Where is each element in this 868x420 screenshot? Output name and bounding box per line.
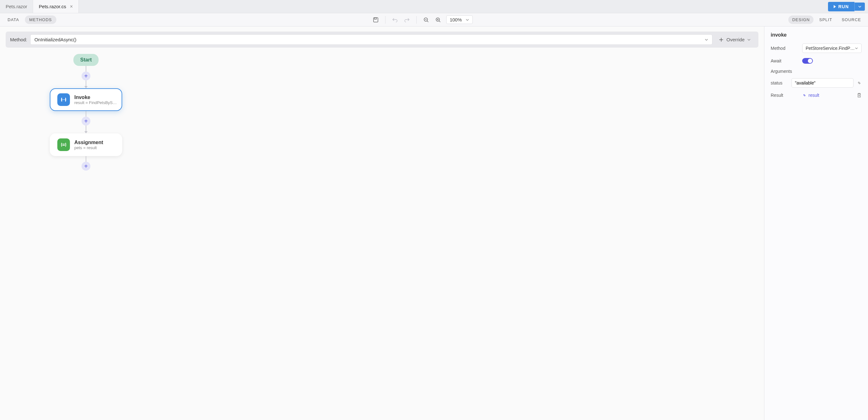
prop-method-value: PetStoreService.FindPets…	[806, 46, 855, 51]
link-icon[interactable]	[857, 80, 862, 85]
zoom-out-icon[interactable]	[422, 16, 430, 24]
toggle-knob	[808, 59, 812, 63]
override-button[interactable]: Override	[716, 35, 754, 44]
node-subtitle: result = FindPetsByS…	[74, 100, 117, 105]
method-dropdown[interactable]: OnInitializedAsync()	[30, 34, 712, 45]
run-label: RUN	[838, 4, 849, 9]
prop-await-label: Await	[771, 58, 799, 63]
play-icon	[834, 5, 836, 8]
result-link[interactable]: result	[802, 93, 819, 98]
divider	[416, 16, 417, 24]
close-icon[interactable]: ×	[70, 4, 73, 9]
flow-canvas[interactable]: Start + Invoke result = FindPetsByS… +	[6, 48, 758, 171]
svg-point-13	[64, 99, 65, 100]
view-split[interactable]: SPLIT	[815, 16, 836, 24]
save-icon[interactable]	[372, 16, 379, 24]
chevron-down-icon	[747, 38, 751, 41]
view-design[interactable]: DESIGN	[788, 16, 813, 24]
svg-line-3	[427, 21, 428, 22]
result-link-text: result	[808, 93, 819, 98]
chevron-down-icon	[855, 46, 858, 50]
await-toggle[interactable]	[802, 58, 813, 64]
tab-pets-razor-cs[interactable]: Pets.razor.cs ×	[33, 0, 79, 13]
run-button[interactable]: RUN	[828, 2, 855, 11]
prop-method-dropdown[interactable]: PetStoreService.FindPets…	[802, 44, 862, 53]
prop-result-label: Result	[771, 93, 799, 98]
connector	[86, 111, 86, 117]
svg-line-6	[439, 21, 440, 22]
canvas-area: Method: OnInitializedAsync() Override St…	[0, 27, 764, 420]
run-dropdown-button[interactable]	[855, 2, 865, 11]
node-text: Assignment pets = result	[74, 140, 103, 150]
svg-rect-0	[374, 18, 378, 22]
prop-status-row: status	[771, 78, 862, 88]
tab-bar: Pets.razor Pets.razor.cs × RUN	[0, 0, 868, 13]
subnav-left: DATA METHODS	[3, 16, 56, 24]
undo-icon[interactable]	[391, 16, 399, 24]
subnav-data[interactable]: DATA	[3, 16, 24, 24]
connector	[86, 125, 86, 131]
toolbar-center: 100%	[56, 16, 788, 24]
assignment-icon	[57, 138, 70, 151]
plus-icon	[719, 37, 724, 42]
sub-toolbar: DATA METHODS 100% DESIGN SPLIT SOURCE	[0, 13, 868, 27]
subnav-methods[interactable]: METHODS	[25, 16, 56, 24]
properties-title: invoke	[771, 32, 862, 38]
prop-method-row: Method PetStoreService.FindPets…	[771, 44, 862, 53]
tab-label: Pets.razor	[6, 4, 27, 9]
trash-icon[interactable]	[857, 93, 862, 98]
divider	[385, 16, 385, 24]
add-node-button[interactable]: +	[82, 162, 90, 171]
invoke-icon	[57, 93, 70, 106]
add-node-button[interactable]: +	[82, 117, 90, 125]
link-icon	[802, 93, 807, 97]
status-input[interactable]	[792, 78, 854, 88]
properties-panel: invoke Method PetStoreService.FindPets… …	[764, 27, 868, 420]
node-title: Invoke	[74, 94, 117, 100]
connector	[86, 66, 86, 72]
zoom-in-icon[interactable]	[434, 16, 442, 24]
svg-point-11	[62, 99, 63, 100]
prop-status-label: status	[771, 80, 788, 85]
tab-label: Pets.razor.cs	[39, 4, 66, 9]
chevron-down-icon	[705, 38, 708, 41]
override-label: Override	[726, 37, 745, 42]
node-text: Invoke result = FindPetsByS…	[74, 94, 117, 105]
add-node-button[interactable]: +	[82, 72, 90, 80]
arrow-down-icon	[84, 86, 88, 88]
view-source[interactable]: SOURCE	[838, 16, 865, 24]
assignment-node[interactable]: Assignment pets = result	[50, 133, 122, 156]
chevron-down-icon	[465, 18, 469, 22]
start-node[interactable]: Start	[73, 54, 99, 66]
svg-point-12	[63, 99, 64, 100]
method-bar: Method: OnInitializedAsync() Override	[6, 31, 758, 48]
zoom-value: 100%	[450, 17, 462, 22]
arguments-section-label: Arguments	[771, 69, 862, 74]
zoom-select[interactable]: 100%	[446, 16, 473, 24]
run-button-group: RUN	[825, 0, 868, 13]
node-title: Assignment	[74, 140, 103, 145]
node-subtitle: pets = result	[74, 145, 103, 150]
prop-result-row: Result result	[771, 93, 862, 98]
svg-rect-1	[374, 18, 376, 19]
view-tabs: DESIGN SPLIT SOURCE	[788, 16, 865, 24]
prop-method-label: Method	[771, 46, 799, 51]
redo-icon[interactable]	[403, 16, 411, 24]
chevron-down-icon	[858, 5, 862, 8]
connector	[86, 156, 86, 162]
main-area: Method: OnInitializedAsync() Override St…	[0, 27, 868, 420]
tab-pets-razor[interactable]: Pets.razor	[0, 0, 33, 13]
prop-await-row: Await	[771, 58, 862, 64]
connector	[86, 80, 86, 86]
arrow-down-icon	[84, 131, 88, 133]
flow-column: Start + Invoke result = FindPetsByS… +	[50, 54, 122, 171]
method-value: OnInitializedAsync()	[34, 37, 76, 42]
method-label: Method:	[10, 37, 27, 42]
invoke-node[interactable]: Invoke result = FindPetsByS…	[50, 88, 122, 111]
